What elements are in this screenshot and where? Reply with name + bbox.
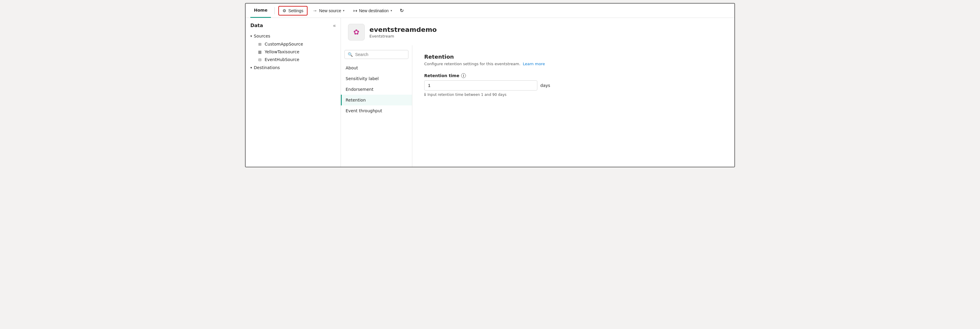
settings-nav: 🔍 About Sensitivity label Endorsement: [341, 45, 412, 167]
eventstream-icon: ✿: [353, 28, 359, 37]
days-label: days: [540, 83, 550, 88]
retention-time-label: Retention time i: [424, 73, 722, 78]
app-header: ✿ eventstreamdemo Eventstream: [341, 18, 734, 45]
app-subtitle: Eventstream: [369, 34, 437, 38]
about-label: About: [345, 65, 358, 70]
retention-title: Retention: [424, 54, 722, 60]
sidebar-header: Data «: [246, 22, 340, 32]
main-layout: Data « ▾ Sources ⊞ CustomAppSource ▦ Yel…: [246, 18, 734, 167]
sidebar: Data « ▾ Sources ⊞ CustomAppSource ▦ Yel…: [246, 18, 341, 167]
sensitivity-label: Sensitivity label: [345, 76, 379, 81]
learn-more-link[interactable]: Learn more: [523, 62, 545, 66]
info-icon[interactable]: i: [461, 73, 466, 78]
retention-content: Retention Configure retention settings f…: [412, 45, 734, 167]
retention-label: Retention: [345, 98, 366, 102]
collapse-icon: «: [333, 23, 336, 28]
event-hub-source-icon: ⊟: [258, 57, 262, 62]
yellow-taxi-source-icon: ▦: [258, 50, 262, 54]
sources-group-header[interactable]: ▾ Sources: [248, 32, 338, 40]
gear-icon: ⚙: [283, 8, 286, 13]
retention-hint: ℹ Input retention time between 1 and 90 …: [424, 92, 722, 97]
list-item[interactable]: ⊟ EventHubSource: [248, 56, 338, 64]
new-source-button[interactable]: → New source ▾: [309, 6, 348, 16]
new-destination-chevron: ▾: [391, 9, 392, 12]
right-area: ✿ eventstreamdemo Eventstream 🔍: [341, 18, 734, 167]
settings-search-area: 🔍: [341, 45, 412, 62]
new-destination-label: New destination: [359, 8, 389, 13]
app-icon: ✿: [348, 24, 365, 40]
new-source-chevron: ▾: [343, 9, 344, 12]
yellow-taxi-source-label: YellowTaxisource: [265, 49, 299, 54]
home-tab[interactable]: Home: [250, 3, 271, 18]
collapse-sidebar-button[interactable]: «: [333, 23, 336, 28]
destinations-expand-icon: ▾: [250, 66, 252, 70]
nav-item-endorsement[interactable]: Endorsement: [341, 84, 412, 95]
toolbar-divider-1: [274, 7, 275, 14]
custom-app-source-icon: ⊞: [258, 42, 262, 46]
nav-item-retention[interactable]: Retention: [341, 95, 412, 105]
hint-text-label: Input retention time between 1 and 90 da…: [428, 92, 506, 97]
search-icon: 🔍: [348, 52, 353, 57]
top-bar: Home ⚙ Settings → New source ▾ ↦ New des…: [246, 3, 734, 18]
nav-item-about[interactable]: About: [341, 62, 412, 73]
nav-item-sensitivity[interactable]: Sensitivity label: [341, 73, 412, 84]
endorsement-label: Endorsement: [345, 87, 373, 92]
sources-expand-icon: ▾: [250, 34, 252, 38]
destinations-group-header[interactable]: ▾ Destinations: [248, 64, 338, 72]
event-hub-source-label: EventHubSource: [265, 57, 299, 62]
app-name: eventstreamdemo: [369, 26, 437, 33]
search-input[interactable]: [355, 52, 405, 57]
list-item[interactable]: ▦ YellowTaxisource: [248, 48, 338, 56]
new-destination-button[interactable]: ↦ New destination ▾: [350, 6, 396, 16]
settings-label: Settings: [288, 8, 303, 13]
app-title-block: eventstreamdemo Eventstream: [369, 26, 437, 38]
hint-icon: ℹ: [424, 92, 426, 97]
new-source-icon: →: [313, 8, 317, 13]
refresh-icon: ↻: [400, 8, 404, 13]
nav-item-event-throughput[interactable]: Event throughput: [341, 105, 412, 116]
settings-button[interactable]: ⚙ Settings: [278, 6, 307, 16]
sidebar-title: Data: [250, 22, 263, 28]
search-box[interactable]: 🔍: [344, 50, 409, 59]
tree-section: ▾ Sources ⊞ CustomAppSource ▦ YellowTaxi…: [246, 32, 340, 72]
event-throughput-label: Event throughput: [345, 108, 382, 113]
content-area: 🔍 About Sensitivity label Endorsement: [341, 45, 734, 167]
refresh-button[interactable]: ↻: [397, 6, 407, 16]
new-destination-icon: ↦: [353, 8, 357, 13]
new-source-label: New source: [319, 8, 341, 13]
retention-description: Configure retention settings for this ev…: [424, 62, 722, 66]
retention-time-input[interactable]: [424, 80, 537, 91]
retention-input-row: days: [424, 80, 722, 91]
destinations-label: Destinations: [254, 65, 280, 70]
sources-label: Sources: [254, 33, 270, 38]
list-item[interactable]: ⊞ CustomAppSource: [248, 40, 338, 48]
custom-app-source-label: CustomAppSource: [265, 42, 303, 46]
